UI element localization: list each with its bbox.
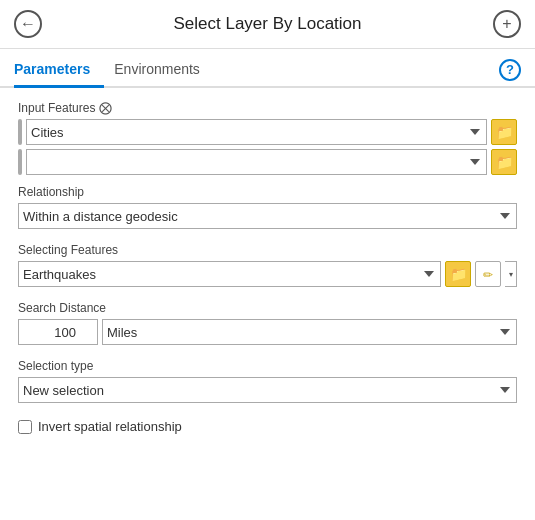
invert-checkbox[interactable]	[18, 420, 32, 434]
selecting-features-select[interactable]: Earthquakes	[18, 261, 441, 287]
selecting-features-dropdown-arrow[interactable]: ▾	[505, 261, 517, 287]
distance-unit-select[interactable]: Miles Kilometers Feet Meters	[102, 319, 517, 345]
input-features-row-1: Cities	[18, 119, 517, 145]
input-features-folder-btn-2[interactable]	[491, 149, 517, 175]
input-features-select-2[interactable]	[26, 149, 487, 175]
help-button[interactable]: ?	[499, 59, 521, 81]
page-title: Select Layer By Location	[42, 14, 493, 34]
invert-label: Invert spatial relationship	[38, 419, 182, 434]
add-icon: +	[502, 15, 511, 33]
tab-parameters[interactable]: Parameters	[14, 53, 104, 88]
search-distance-label: Search Distance	[18, 301, 517, 315]
tabs-bar: Parameters Environments ?	[0, 53, 535, 88]
relationship-label: Relationship	[18, 185, 517, 199]
input-features-folder-btn-1[interactable]	[491, 119, 517, 145]
tab-list: Parameters Environments	[14, 53, 224, 86]
selecting-features-row: Earthquakes ▾	[18, 261, 517, 287]
input-features-label: Input Features ⨂	[18, 100, 517, 115]
invert-row: Invert spatial relationship	[18, 419, 517, 434]
folder-icon-2	[496, 154, 513, 170]
input-features-bar	[18, 119, 22, 145]
selecting-features-pencil-btn[interactable]	[475, 261, 501, 287]
selecting-features-label: Selecting Features	[18, 243, 517, 257]
back-button[interactable]: ←	[14, 10, 42, 38]
relationship-select[interactable]: Within a distance geodesic Intersect Wit…	[18, 203, 517, 229]
folder-icon-3	[450, 266, 467, 282]
input-features-bar-2	[18, 149, 22, 175]
selection-type-label: Selection type	[18, 359, 517, 373]
selecting-features-folder-btn[interactable]	[445, 261, 471, 287]
header: ← Select Layer By Location +	[0, 0, 535, 49]
back-icon: ←	[20, 15, 36, 33]
folder-icon-1	[496, 124, 513, 140]
search-distance-row: Miles Kilometers Feet Meters	[18, 319, 517, 345]
add-button[interactable]: +	[493, 10, 521, 38]
search-distance-input[interactable]	[18, 319, 98, 345]
relationship-row: Within a distance geodesic Intersect Wit…	[18, 203, 517, 229]
input-features-chevron[interactable]: ⨂	[99, 100, 112, 115]
input-features-select-1[interactable]: Cities	[26, 119, 487, 145]
selection-type-row: New selection Add to current selection R…	[18, 377, 517, 403]
input-features-group: Cities	[18, 119, 517, 175]
selection-type-select[interactable]: New selection Add to current selection R…	[18, 377, 517, 403]
form-content: Input Features ⨂ Cities Relationship Wit…	[0, 88, 535, 446]
tab-environments[interactable]: Environments	[114, 53, 214, 88]
input-features-row-2	[18, 149, 517, 175]
pencil-icon	[483, 267, 493, 282]
